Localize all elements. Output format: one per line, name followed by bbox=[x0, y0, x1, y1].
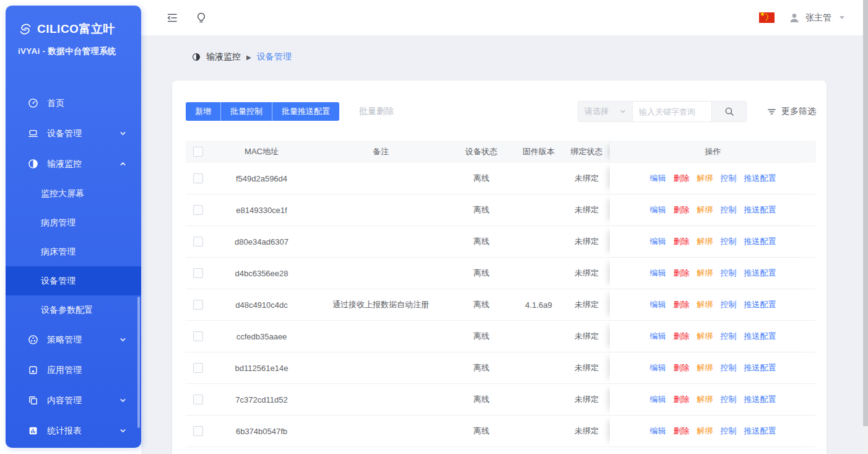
row-checkbox[interactable] bbox=[193, 237, 203, 247]
username-label[interactable]: 张主管 bbox=[805, 12, 831, 24]
sidebar-subitem-ward-management[interactable]: 病房管理 bbox=[6, 208, 141, 237]
sidebar-item-infusion-monitoring[interactable]: 输液监控 bbox=[6, 149, 141, 179]
select-all-checkbox[interactable] bbox=[193, 147, 203, 157]
unbind-link[interactable]: 解绑 bbox=[697, 299, 713, 310]
edit-link[interactable]: 编辑 bbox=[650, 426, 666, 437]
row-checkbox[interactable] bbox=[193, 426, 203, 436]
row-select-cell bbox=[186, 321, 210, 352]
table-row: d48c4910c4dc通过接收上报数据自动注册离线4.1.6a9未绑定编辑删除… bbox=[186, 289, 816, 321]
control-link[interactable]: 控制 bbox=[721, 268, 737, 279]
control-link[interactable]: 控制 bbox=[721, 204, 737, 216]
row-checkbox[interactable] bbox=[193, 268, 203, 278]
delete-link[interactable]: 删除 bbox=[674, 362, 690, 373]
binding-status-cell: 未绑定 bbox=[563, 289, 610, 320]
push-config-link[interactable]: 推送配置 bbox=[744, 394, 776, 405]
unbind-link[interactable]: 解绑 bbox=[697, 236, 713, 247]
delete-link[interactable]: 删除 bbox=[674, 236, 690, 247]
delete-link[interactable]: 删除 bbox=[674, 299, 690, 310]
breadcrumb-section[interactable]: 输液监控 bbox=[206, 51, 241, 63]
row-checkbox[interactable] bbox=[193, 395, 203, 404]
push-config-link[interactable]: 推送配置 bbox=[744, 268, 776, 279]
user-menu-caret-icon[interactable] bbox=[840, 16, 844, 19]
device-icon bbox=[28, 128, 38, 139]
row-checkbox[interactable] bbox=[193, 205, 203, 215]
table-row: f549d2a596d4离线未绑定编辑删除解绑控制推送配置 bbox=[186, 163, 816, 194]
batch-push-config-button[interactable]: 批量推送配置 bbox=[272, 102, 339, 121]
push-config-link[interactable]: 推送配置 bbox=[744, 299, 776, 310]
control-link[interactable]: 控制 bbox=[721, 394, 737, 405]
row-checkbox[interactable] bbox=[193, 331, 203, 341]
push-config-link[interactable]: 推送配置 bbox=[744, 362, 776, 373]
binding-status-cell: 未绑定 bbox=[563, 352, 610, 383]
control-link[interactable]: 控制 bbox=[721, 299, 737, 310]
push-config-link[interactable]: 推送配置 bbox=[744, 236, 776, 247]
unbind-link[interactable]: 解绑 bbox=[697, 173, 713, 184]
sidebar-item-home[interactable]: 首页 bbox=[6, 88, 141, 118]
sidebar-item-report-statistics[interactable]: 统计报表 bbox=[6, 416, 141, 446]
lightbulb-icon[interactable] bbox=[195, 12, 207, 24]
edit-link[interactable]: 编辑 bbox=[650, 331, 666, 342]
delete-link[interactable]: 删除 bbox=[674, 173, 690, 184]
collapse-menu-icon[interactable] bbox=[166, 12, 178, 24]
control-link[interactable]: 控制 bbox=[721, 331, 737, 342]
sidebar-item-app-management[interactable]: 应用管理 bbox=[6, 355, 141, 385]
row-actions: 编辑删除解绑控制推送配置 bbox=[650, 426, 776, 437]
push-config-link[interactable]: 推送配置 bbox=[744, 331, 776, 342]
edit-link[interactable]: 编辑 bbox=[650, 362, 666, 373]
filter-field-select[interactable]: 请选择 bbox=[578, 102, 633, 121]
delete-link[interactable]: 删除 bbox=[674, 331, 690, 342]
control-link[interactable]: 控制 bbox=[721, 426, 737, 437]
keyword-search-input[interactable] bbox=[633, 102, 711, 121]
unbind-link[interactable]: 解绑 bbox=[697, 331, 713, 342]
edit-link[interactable]: 编辑 bbox=[650, 299, 666, 310]
sidebar-scrollbar-thumb[interactable] bbox=[137, 297, 140, 428]
search-button[interactable] bbox=[711, 102, 746, 121]
unbind-link[interactable]: 解绑 bbox=[697, 426, 713, 437]
push-config-link[interactable]: 推送配置 bbox=[744, 426, 776, 437]
sidebar-item-device-management[interactable]: 设备管理 bbox=[6, 118, 141, 149]
edit-link[interactable]: 编辑 bbox=[650, 173, 666, 184]
page-scrollbar[interactable] bbox=[863, 0, 868, 454]
binding-status-cell: 未绑定 bbox=[563, 226, 610, 257]
edit-link[interactable]: 编辑 bbox=[650, 204, 666, 216]
breadcrumb-current[interactable]: 设备管理 bbox=[257, 51, 292, 63]
edit-link[interactable]: 编辑 bbox=[650, 394, 666, 405]
unbind-link[interactable]: 解绑 bbox=[697, 204, 713, 216]
add-button[interactable]: 新增 bbox=[186, 102, 220, 121]
table-row: d80e34ad6307离线未绑定编辑删除解绑控制推送配置 bbox=[186, 226, 816, 258]
unbind-link[interactable]: 解绑 bbox=[697, 394, 713, 405]
row-checkbox[interactable] bbox=[193, 173, 203, 183]
firmware-cell bbox=[514, 384, 563, 415]
control-link[interactable]: 控制 bbox=[721, 362, 737, 373]
batch-control-button[interactable]: 批量控制 bbox=[220, 102, 272, 121]
row-checkbox[interactable] bbox=[193, 363, 203, 373]
unbind-link[interactable]: 解绑 bbox=[697, 362, 713, 373]
delete-link[interactable]: 删除 bbox=[674, 394, 690, 405]
home-icon bbox=[28, 98, 38, 108]
more-filters-button[interactable]: 更多筛选 bbox=[767, 106, 816, 117]
delete-link[interactable]: 删除 bbox=[674, 204, 690, 216]
page-scrollbar-thumb[interactable] bbox=[863, 0, 868, 426]
sidebar-item-content-management[interactable]: 内容管理 bbox=[6, 385, 141, 416]
china-flag-icon[interactable]: ★ bbox=[759, 12, 775, 23]
edit-link[interactable]: 编辑 bbox=[650, 268, 666, 279]
delete-link[interactable]: 删除 bbox=[674, 268, 690, 279]
row-select-cell bbox=[186, 416, 210, 447]
unbind-link[interactable]: 解绑 bbox=[697, 268, 713, 279]
edit-link[interactable]: 编辑 bbox=[650, 236, 666, 247]
delete-link[interactable]: 删除 bbox=[674, 426, 690, 437]
sidebar-subitem-bed-management[interactable]: 病床管理 bbox=[6, 237, 141, 266]
push-config-link[interactable]: 推送配置 bbox=[744, 204, 776, 216]
sidebar-subitem-device-param-config[interactable]: 设备参数配置 bbox=[6, 295, 141, 325]
sidebar-subitem-device-management[interactable]: 设备管理 bbox=[6, 266, 141, 295]
batch-delete-button[interactable]: 批量删除 bbox=[359, 106, 394, 117]
push-config-link[interactable]: 推送配置 bbox=[744, 173, 776, 184]
row-checkbox[interactable] bbox=[193, 300, 203, 310]
control-link[interactable]: 控制 bbox=[721, 173, 737, 184]
sidebar-subitem-monitor-big-screen[interactable]: 监控大屏幕 bbox=[6, 179, 141, 208]
row-actions: 编辑删除解绑控制推送配置 bbox=[650, 331, 776, 342]
sidebar-item-strategy-management[interactable]: 策略管理 bbox=[6, 325, 141, 355]
search-icon bbox=[724, 107, 734, 116]
toolbar: 新增批量控制批量推送配置 批量删除 请选择 更多筛选 bbox=[186, 101, 816, 122]
control-link[interactable]: 控制 bbox=[721, 236, 737, 247]
